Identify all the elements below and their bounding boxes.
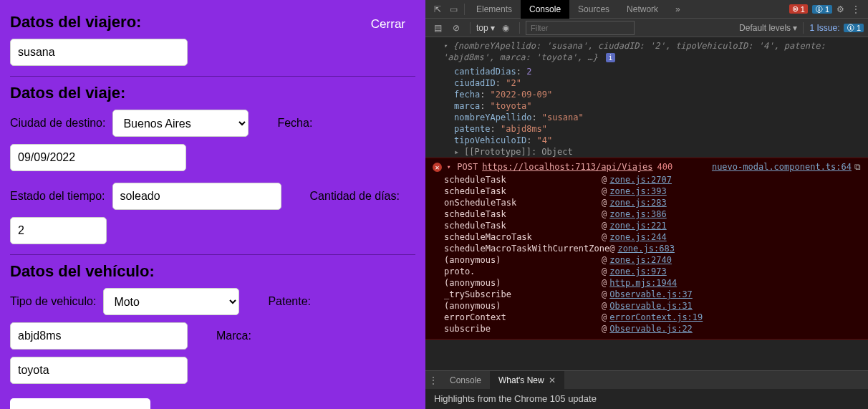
city-label: Ciudad de destino: — [10, 117, 105, 130]
stack-trace-link[interactable]: Observable.js:22 — [609, 323, 693, 335]
brand-input[interactable] — [10, 357, 188, 384]
weather-input[interactable] — [112, 183, 281, 210]
context-selector[interactable]: top ▾ — [476, 23, 495, 33]
stack-trace-link[interactable]: Observable.js:31 — [609, 300, 693, 312]
stack-trace-link[interactable]: zone.js:393 — [609, 186, 666, 197]
divider — [464, 4, 465, 15]
kebab-icon[interactable]: ⋮ — [425, 375, 441, 385]
stack-trace-row: scheduleTask@zone.js:221 — [425, 220, 868, 231]
devtools-tabbar: ⇱ ▭ Elements Console Sources Network » ⊗… — [425, 0, 868, 19]
stack-trace-row: scheduleMacroTask@zone.js:244 — [425, 231, 868, 243]
travel-modal: Cerrar Datos del viajero: Datos del viaj… — [0, 0, 425, 409]
log-levels-select[interactable]: Default levels ▾ — [739, 23, 797, 33]
gear-icon[interactable]: ⚙ — [832, 4, 848, 14]
stack-trace-row: proto.@zone.js:973 — [425, 266, 868, 277]
error-source-link[interactable]: nuevo-modal.component.ts:64 — [712, 161, 852, 173]
brand-label: Marca: — [216, 329, 251, 342]
vehicle-type-label: Tipo de vehiculo: — [10, 295, 96, 308]
section-heading-trip: Datos del viaje: — [10, 84, 415, 102]
stack-trace-link[interactable]: Observable.js:37 — [609, 289, 693, 300]
stack-trace-link[interactable]: http.mjs:1944 — [609, 277, 677, 289]
stack-trace-link[interactable]: zone.js:283 — [609, 197, 666, 208]
stack-trace-row: scheduleTask@zone.js:386 — [425, 208, 868, 220]
chevron-down-icon[interactable]: ▾ — [447, 163, 451, 172]
plate-label: Patente: — [268, 295, 311, 308]
stack-trace-link[interactable]: zone.js:973 — [609, 266, 666, 277]
stack-trace-link[interactable]: zone.js:2707 — [609, 174, 672, 186]
console-sidebar-toggle-icon[interactable]: ▤ — [430, 23, 445, 33]
date-label: Fecha: — [277, 117, 312, 130]
info-count-badge[interactable]: 🛈 1 — [812, 5, 832, 14]
drawer-body: Highlights from the Chrome 105 update — [425, 389, 868, 409]
console-logged-object[interactable]: ▾ {nombreYApellido: 'susana', ciudadID: … — [425, 37, 868, 66]
clear-console-icon[interactable]: ⊘ — [448, 23, 464, 33]
days-input[interactable] — [10, 217, 107, 244]
stack-trace-row: (anonymous)@Observable.js:31 — [425, 300, 868, 312]
error-count-badge[interactable]: ⊗ 1 — [789, 4, 808, 14]
inspect-icon[interactable]: ⇱ — [430, 4, 445, 14]
drawer-tab-whatsnew[interactable]: What's New✕ — [490, 371, 564, 390]
close-icon[interactable]: ✕ — [549, 371, 556, 390]
console-filter-input[interactable] — [526, 21, 635, 35]
info-icon: i — [606, 53, 615, 62]
stack-trace-link[interactable]: zone.js:2740 — [609, 254, 672, 266]
console-output: ▾ {nombreYApellido: 'susana', ciudadID: … — [425, 37, 868, 370]
close-button[interactable]: Cerrar — [371, 17, 405, 32]
object-properties: cantidadDias: 2 ciudadID: "2" fecha: "20… — [425, 66, 868, 158]
tab-elements[interactable]: Elements — [468, 0, 521, 19]
tab-sources[interactable]: Sources — [569, 0, 618, 19]
days-label: Cantidad de días: — [310, 190, 400, 203]
stack-trace-row: (anonymous)@http.mjs:1944 — [425, 277, 868, 289]
drawer-tabbar: ⋮ Console What's New✕ — [425, 370, 868, 389]
section-heading-traveler: Datos del viajero: — [10, 13, 415, 32]
stack-trace-row: scheduleMacroTaskWithCurrentZone@zone.js… — [425, 243, 868, 254]
save-button[interactable]: GUARDAR — [10, 398, 150, 409]
city-select[interactable]: Buenos Aires — [112, 110, 249, 137]
stack-trace-row: scheduleTask@zone.js:393 — [425, 186, 868, 197]
tab-network[interactable]: Network — [618, 0, 667, 19]
stack-trace-link[interactable]: errorContext.js:19 — [609, 312, 703, 323]
tab-more[interactable]: » — [667, 0, 689, 19]
date-input[interactable] — [10, 144, 186, 171]
stack-trace-link[interactable]: zone.js:221 — [609, 220, 666, 231]
stack-trace-row: scheduleTask@zone.js:2707 — [425, 174, 868, 186]
stack-trace-row: subscribe@Observable.js:22 — [425, 323, 868, 335]
vehicle-type-select[interactable]: Moto — [103, 288, 239, 315]
plate-input[interactable] — [10, 322, 188, 350]
stack-trace-link[interactable]: zone.js:244 — [609, 231, 666, 243]
live-expression-icon[interactable]: ◉ — [498, 23, 513, 33]
stack-trace-row: errorContext@errorContext.js:19 — [425, 312, 868, 323]
external-link-icon[interactable]: ⧉ — [854, 161, 861, 173]
stack-trace-row: onScheduleTask@zone.js:283 — [425, 197, 868, 208]
kebab-icon[interactable]: ⋮ — [848, 4, 864, 14]
weather-label: Estado del tiempo: — [10, 190, 105, 203]
error-url-link[interactable]: https://localhost:7113/api/Viajes — [482, 161, 652, 173]
console-toolbar: ▤ ⊘ top ▾ ◉ Default levels ▾ 1 Issue: 🛈 … — [425, 19, 868, 37]
stack-trace-row: _trySubscribe@Observable.js:37 — [425, 289, 868, 300]
devtools-panel: ⇱ ▭ Elements Console Sources Network » ⊗… — [425, 0, 868, 409]
stack-trace-row: (anonymous)@zone.js:2740 — [425, 254, 868, 266]
tab-console[interactable]: Console — [521, 0, 569, 19]
stack-trace-link[interactable]: zone.js:683 — [617, 243, 674, 254]
device-icon[interactable]: ▭ — [445, 4, 461, 14]
divider — [10, 254, 415, 255]
divider — [10, 76, 415, 77]
stack-trace-link[interactable]: zone.js:386 — [609, 208, 666, 220]
issues-link[interactable]: 1 Issue: 🛈 1 — [809, 23, 864, 33]
drawer-tab-console[interactable]: Console — [441, 371, 490, 390]
section-heading-vehicle: Datos del vehículo: — [10, 262, 415, 281]
error-icon: ✕ — [433, 163, 442, 172]
traveler-name-input[interactable] — [10, 39, 188, 66]
console-error: ✕ ▾ POST https://localhost:7113/api/Viaj… — [425, 158, 868, 340]
